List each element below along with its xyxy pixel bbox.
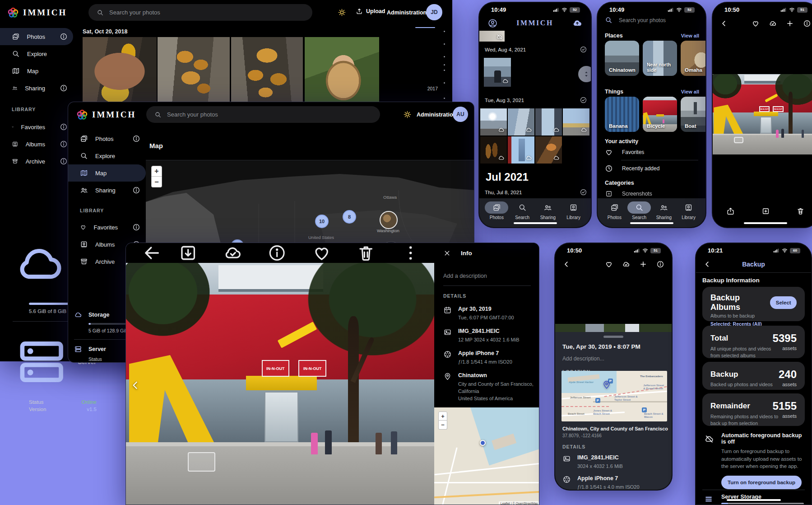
- photo-thumb[interactable]: [480, 136, 507, 164]
- turn-on-foreground-backup-button[interactable]: Turn on foreground backup: [721, 476, 802, 489]
- photo-innout-large[interactable]: IN-N-OUT IN-N-OUT: [126, 263, 434, 505]
- map-zoom-in-button[interactable]: +: [151, 166, 162, 177]
- back-chevron-icon[interactable]: [562, 260, 571, 268]
- photo-thumb[interactable]: [508, 136, 534, 164]
- cloud-synced-icon[interactable]: [769, 19, 777, 28]
- heart-icon[interactable]: [752, 19, 760, 28]
- info-badge-icon[interactable]: [60, 123, 68, 131]
- info-badge-icon[interactable]: [132, 186, 140, 194]
- back-chevron-icon[interactable]: [703, 260, 711, 268]
- things-view-all-link[interactable]: View all: [681, 89, 699, 94]
- trash-icon[interactable]: [796, 207, 805, 215]
- w1-upload-button[interactable]: Upload: [356, 8, 385, 15]
- location-map[interactable]: P P P The Embarcadero Hyde Street Harbor…: [561, 371, 667, 421]
- previous-photo-chevron-icon[interactable]: [130, 379, 141, 391]
- sidebar-item-photos[interactable]: Photos: [68, 130, 146, 147]
- sidebar-item-explore[interactable]: Explore: [0, 45, 73, 62]
- info-icon[interactable]: [803, 19, 811, 28]
- select-albums-button[interactable]: Select: [770, 296, 797, 309]
- w2-administration-link[interactable]: Administration: [417, 112, 456, 118]
- place-card-near-north-side[interactable]: Near north side: [643, 41, 677, 76]
- info-mini-map[interactable]: + − Leaflet | © OpenStreetMap: [434, 407, 539, 505]
- theme-toggle-sun-icon[interactable]: [338, 8, 346, 17]
- sidebar-item-sharing[interactable]: Sharing: [68, 182, 146, 199]
- photo-mushroom-2[interactable]: [158, 37, 230, 103]
- tab-sharing[interactable]: Sharing: [652, 201, 677, 220]
- back-chevron-icon[interactable]: [720, 19, 728, 28]
- sidebar-item-archive[interactable]: Archive: [0, 153, 73, 170]
- photo-thumb[interactable]: [563, 108, 589, 136]
- sidebar-item-sharing[interactable]: Sharing: [0, 79, 73, 97]
- activity-recently-added-row[interactable]: Recently added: [605, 164, 659, 173]
- places-view-all-link[interactable]: View all: [681, 33, 699, 38]
- phoneB-search-input[interactable]: Search your photos: [605, 16, 666, 24]
- info-icon[interactable]: [259, 243, 295, 263]
- timeline-drag-handle[interactable]: [578, 66, 592, 82]
- info-badge-icon[interactable]: [60, 157, 68, 165]
- sheet-description-input[interactable]: Add description...: [562, 355, 664, 362]
- tab-library[interactable]: Library: [676, 201, 701, 220]
- tab-search[interactable]: Search: [510, 201, 535, 220]
- cloud-synced-icon[interactable]: [214, 243, 251, 263]
- backup-cloud-icon[interactable]: [572, 18, 583, 28]
- info-badge-icon[interactable]: [60, 33, 68, 41]
- back-arrow-icon[interactable]: [133, 243, 170, 263]
- close-icon[interactable]: [443, 249, 451, 257]
- map-cluster-marker[interactable]: 8: [343, 210, 356, 224]
- place-card-omaha[interactable]: Omaha: [681, 41, 706, 76]
- home-indicator[interactable]: [630, 222, 673, 224]
- w1-logo[interactable]: IMMICH: [7, 7, 67, 19]
- kebab-menu-icon[interactable]: [392, 243, 429, 263]
- tab-sharing[interactable]: Sharing: [535, 201, 561, 220]
- trash-icon[interactable]: [348, 243, 384, 263]
- detail-row-location[interactable]: Chinatown City and County of San Francis…: [443, 372, 536, 402]
- activity-favorites-row[interactable]: Favorites: [605, 148, 644, 156]
- w2-avatar[interactable]: AU: [453, 107, 468, 122]
- photo-thumb[interactable]: [480, 108, 507, 136]
- home-indicator[interactable]: [727, 499, 781, 501]
- thing-card-banana[interactable]: Banana: [605, 97, 639, 132]
- sidebar-item-map[interactable]: Map: [68, 164, 146, 182]
- tab-photos[interactable]: Photos: [484, 201, 509, 220]
- w1-search-input[interactable]: Search your photos: [88, 4, 312, 21]
- sidebar-item-favorites[interactable]: Favorites: [0, 118, 73, 136]
- info-badge-icon[interactable]: [132, 135, 140, 143]
- photo-innout-mobile[interactable]: IN-N-OUT IN-N-OUT: [713, 74, 812, 154]
- tab-search[interactable]: Search: [627, 201, 652, 220]
- map-photo-marker[interactable]: [380, 211, 398, 229]
- heart-icon[interactable]: [303, 243, 340, 263]
- sidebar-item-albums[interactable]: Albums: [0, 136, 73, 153]
- sidebar-item-map[interactable]: Map: [0, 62, 73, 79]
- photo-top-sliver[interactable]: [555, 324, 672, 332]
- sheet-drag-handle[interactable]: [603, 336, 623, 338]
- select-date-check-icon[interactable]: [580, 96, 587, 104]
- photo-thumb[interactable]: [479, 31, 505, 42]
- home-indicator[interactable]: [744, 222, 787, 224]
- description-input[interactable]: Add a description: [443, 273, 531, 279]
- category-screenshots-row[interactable]: Screenshots: [605, 190, 652, 198]
- map-cluster-marker[interactable]: 10: [315, 215, 329, 228]
- photo-thumb[interactable]: [508, 108, 534, 136]
- w1-avatar[interactable]: JD: [426, 4, 442, 20]
- theme-toggle-sun-icon[interactable]: [403, 110, 412, 119]
- home-indicator[interactable]: [514, 222, 557, 224]
- archive-add-icon[interactable]: [761, 207, 770, 215]
- select-date-check-icon[interactable]: [580, 188, 587, 196]
- thing-card-boat[interactable]: Boat: [681, 97, 706, 132]
- info-badge-icon[interactable]: [60, 84, 68, 92]
- plus-icon[interactable]: [786, 19, 794, 28]
- map-attribution[interactable]: Leaflet | © OpenStreetMap: [499, 501, 539, 505]
- sidebar-item-favorites[interactable]: Favorites: [68, 219, 146, 236]
- tab-photos[interactable]: Photos: [602, 201, 627, 220]
- info-badge-icon[interactable]: [60, 140, 68, 148]
- photo-mushroom-1[interactable]: [83, 37, 157, 103]
- photo-mushroom-basket[interactable]: [305, 37, 379, 103]
- place-card-chinatown[interactable]: Chinatown: [605, 41, 639, 76]
- sidebar-item-photos[interactable]: Photos: [0, 28, 73, 45]
- download-icon[interactable]: [170, 243, 206, 263]
- heart-icon[interactable]: [605, 260, 613, 268]
- sidebar-item-explore[interactable]: Explore: [68, 147, 146, 164]
- photo-thumb[interactable]: [484, 58, 511, 87]
- cloud-synced-icon[interactable]: [622, 260, 630, 268]
- w1-administration-link[interactable]: Administration: [387, 9, 427, 16]
